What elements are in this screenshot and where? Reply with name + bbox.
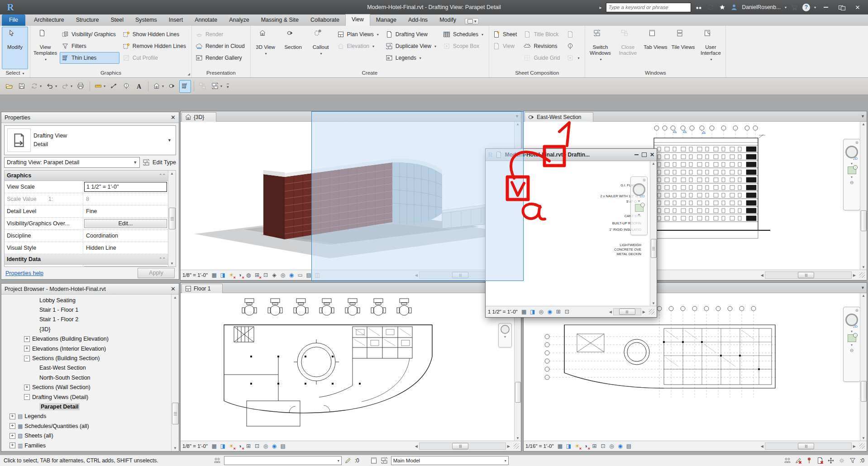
property-row[interactable]: Visibility/Graphics Over... Edit...	[5, 218, 168, 230]
detail-level-icon[interactable]: ▦	[556, 442, 563, 450]
tree-expander-icon[interactable]	[31, 307, 37, 313]
worksharing-display-icon[interactable]: ▤	[279, 442, 286, 450]
plan-br-navigation-bar[interactable]: ⊗ 2D ▼ ▼ ⊖	[843, 307, 860, 382]
ribbon-tab[interactable]: Analyze	[223, 14, 255, 26]
customize-qat-button[interactable]: ▾	[225, 80, 231, 93]
apply-button[interactable]: Apply	[138, 268, 175, 278]
tree-expander-icon[interactable]	[24, 346, 30, 352]
render-dialog-icon[interactable]: ◍	[245, 271, 252, 279]
browser-scrollbar[interactable]: ▲▼	[171, 295, 179, 451]
tree-item[interactable]: Families	[1, 441, 171, 450]
zoom-menu-caret-icon[interactable]: ▼	[638, 213, 641, 216]
duplicate-view-button[interactable]: Duplicate View▾	[384, 40, 440, 52]
ribbon-tab[interactable]: Add-Ins	[402, 14, 434, 26]
render-in-cloud-button[interactable]: Render in Cloud	[194, 40, 248, 52]
show-crop-icon[interactable]: ⊡	[563, 308, 571, 315]
ribbon-tab[interactable]: Massing & Site	[255, 14, 305, 26]
restore-button[interactable]	[836, 3, 848, 12]
aligned-dimension-button[interactable]	[108, 80, 120, 93]
remove-hidden-lines-button[interactable]: Remove Hidden Lines	[121, 40, 190, 52]
ribbon-tab[interactable]: Manage	[370, 14, 402, 26]
tree-expander-icon[interactable]	[31, 404, 37, 409]
reveal-hidden-icon[interactable]: ◉	[271, 442, 278, 450]
print-button[interactable]	[75, 80, 87, 93]
properties-scrollbar[interactable]: ▲▼	[168, 171, 176, 266]
visual-style-icon[interactable]: ◨	[219, 271, 226, 279]
view-templates-button[interactable]: View Templates▾	[32, 27, 58, 69]
measure-button[interactable]: ▾	[93, 80, 107, 93]
tree-expander-icon[interactable]	[24, 385, 30, 390]
exclude-edited-icon[interactable]	[795, 457, 802, 465]
view-floor1-scale[interactable]: 1/8" = 1'-0"	[182, 443, 208, 449]
sun-path-icon[interactable]: ☀	[228, 442, 235, 450]
tree-item[interactable]: Sections (Wall Section)	[1, 383, 171, 392]
plan-views-button[interactable]: Plan Views▾	[335, 29, 382, 40]
modify-button[interactable]: Modify	[2, 27, 28, 69]
callout-button[interactable]: Callout▾	[308, 27, 334, 69]
worksets-icon[interactable]	[214, 457, 221, 465]
graphics-section-header[interactable]: Graphics⌃⌃	[5, 171, 168, 181]
tree-item[interactable]: Parapet Detail	[1, 402, 171, 411]
property-row[interactable]: View Scale 1 1/2" = 1'-0"	[5, 181, 168, 193]
steering-wheel-icon[interactable]	[845, 314, 858, 326]
minimize-button[interactable]	[820, 3, 832, 12]
filters-button[interactable]: Filters	[60, 40, 119, 52]
render-gallery-button[interactable]: Render Gallery	[194, 52, 248, 64]
tree-expander-icon[interactable]	[10, 433, 15, 439]
project-browser-close-icon[interactable]: ✕	[171, 285, 176, 292]
crop-view-icon[interactable]: ⊞	[555, 308, 562, 315]
ribbon-tab[interactable]: Steel	[105, 14, 129, 26]
exclude-links-icon[interactable]	[816, 457, 824, 465]
open-button[interactable]	[4, 80, 15, 93]
user-avatar-icon[interactable]	[730, 4, 738, 11]
floating-close-button[interactable]: ✕	[650, 152, 654, 158]
tree-expander-icon[interactable]	[10, 423, 15, 429]
show-hidden-lines-button[interactable]: Show Hidden Lines	[121, 29, 190, 40]
section-qat-button[interactable]	[167, 80, 178, 93]
view-selector-combo[interactable]: Drafting View: Parapet Detail▼	[4, 157, 140, 168]
revit-logo-icon[interactable]: R	[0, 2, 21, 13]
resize-grip[interactable]	[514, 443, 519, 449]
tree-item[interactable]: Elevations (Interior Elevation)	[1, 344, 171, 353]
ribbon-tab[interactable]: Architecture	[28, 14, 70, 26]
view-br-vscrollbar[interactable]: ▲▼	[860, 293, 867, 441]
sheet-button[interactable]: Sheet	[491, 29, 520, 40]
close-button[interactable]: ✕	[852, 3, 863, 12]
tree-expander-icon[interactable]	[31, 365, 37, 371]
tile-views-button[interactable]: Tile Views	[670, 27, 696, 69]
tree-expander-icon[interactable]	[31, 297, 37, 303]
visual-style-icon[interactable]: ◨	[529, 308, 536, 315]
floating-hscrollbar[interactable]: ◀▶	[608, 308, 647, 315]
view-section-tab[interactable]: East-West Section	[525, 112, 593, 122]
tree-expander-icon[interactable]	[24, 394, 30, 400]
property-row[interactable]: Visual Style Hidden Line	[5, 242, 168, 254]
property-row[interactable]: Discipline Coordination	[5, 230, 168, 242]
revisions-button[interactable]: Revisions	[522, 40, 563, 52]
ribbon-tab[interactable]: Structure	[70, 14, 105, 26]
visual-style-icon[interactable]: ◨	[565, 442, 572, 450]
tree-expander-icon[interactable]	[31, 326, 37, 332]
tag-by-category-button[interactable]	[121, 80, 133, 93]
thin-lines-button[interactable]: Thin Lines	[60, 52, 119, 64]
sun-path-icon[interactable]: ☀	[228, 271, 235, 279]
temporary-hide-icon[interactable]: ◎	[279, 271, 286, 279]
floating-minimize-button[interactable]	[634, 154, 639, 155]
edit-type-button[interactable]: Edit Type	[143, 159, 176, 166]
detail-level-icon[interactable]: ▦	[210, 442, 218, 450]
selection-filter-icon[interactable]	[849, 457, 857, 465]
ribbon-tab[interactable]: Annotate	[189, 14, 223, 26]
drag-elements-icon[interactable]	[827, 457, 835, 465]
detail-level-icon[interactable]: ▦	[520, 308, 528, 315]
visual-style-icon[interactable]: ◨	[219, 442, 226, 450]
press-drag-icon[interactable]	[806, 457, 813, 465]
properties-help-link[interactable]: Properties help	[5, 270, 43, 276]
help-icon[interactable]: ?	[802, 4, 810, 11]
tree-expander-icon[interactable]	[24, 356, 30, 361]
crop-view-icon[interactable]: ⊞	[245, 442, 252, 450]
tree-item[interactable]: Lobby Seating	[1, 295, 171, 305]
worksharing-status-icon[interactable]	[784, 457, 792, 465]
view-floor1-canvas[interactable]: ▼ ▲▼	[181, 293, 521, 441]
tree-expander-icon[interactable]	[10, 442, 15, 448]
tree-item[interactable]: North-South Section	[1, 373, 171, 382]
favorites-star-icon[interactable]	[719, 4, 726, 11]
